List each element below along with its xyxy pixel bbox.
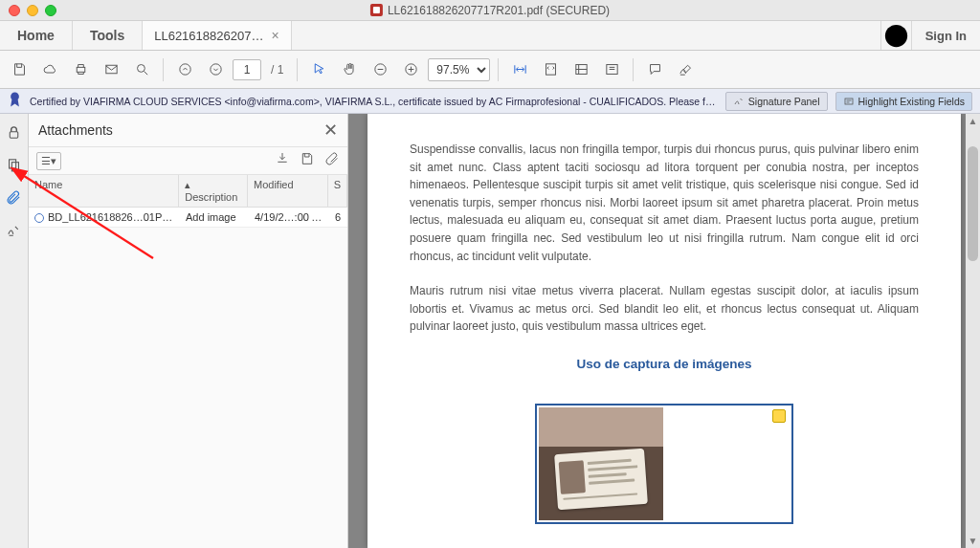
- certification-message: Certified by VIAFIRMA CLOUD SERVICES <in…: [30, 96, 718, 107]
- attachments-columns: Name ▴Description Modified S: [29, 175, 347, 208]
- ribbon-icon: [8, 90, 22, 113]
- panel-view-mode-button[interactable]: ☰▾: [36, 152, 61, 170]
- close-window-button[interactable]: [9, 5, 20, 16]
- id-card-image: [539, 407, 663, 520]
- page-down-icon[interactable]: [202, 56, 229, 83]
- svg-rect-13: [10, 131, 18, 137]
- vertical-scrollbar[interactable]: ▲ ▼: [966, 114, 980, 548]
- svg-rect-14: [10, 159, 16, 167]
- sign-icon[interactable]: [672, 56, 699, 83]
- svg-point-4: [179, 64, 189, 75]
- paragraph-2: Mauris rutrum nisi vitae metus viverra p…: [410, 282, 919, 336]
- page-thumbnails-icon[interactable]: [4, 154, 25, 175]
- read-mode-icon[interactable]: [598, 56, 625, 83]
- page-total-label: / 1: [265, 63, 289, 77]
- certification-bar: Certified by VIAFIRMA CLOUD SERVICES <in…: [0, 89, 980, 114]
- svg-rect-12: [845, 99, 853, 104]
- svg-rect-2: [105, 65, 116, 74]
- sticky-note-icon[interactable]: [772, 409, 786, 423]
- view-mode-icon[interactable]: [568, 56, 594, 83]
- page-up-icon[interactable]: [171, 56, 198, 83]
- col-size[interactable]: S: [328, 175, 347, 207]
- zoom-window-button[interactable]: [45, 5, 56, 16]
- paragraph-1: Suspendisse convallis, lacus non fringil…: [410, 141, 919, 265]
- svg-point-11: [11, 92, 19, 100]
- mac-titlebar: LL621618826207717R201.pdf (SECURED): [0, 0, 980, 21]
- svg-rect-8: [546, 64, 555, 75]
- tab-close-icon[interactable]: ×: [271, 28, 278, 43]
- signatures-icon[interactable]: [4, 219, 25, 240]
- cloud-icon[interactable]: [36, 56, 63, 83]
- tab-home[interactable]: Home: [0, 21, 73, 50]
- search-icon[interactable]: [128, 56, 155, 83]
- print-icon[interactable]: [67, 56, 94, 83]
- zoom-in-icon[interactable]: [397, 56, 424, 83]
- lock-icon[interactable]: [4, 121, 25, 142]
- page-number-input[interactable]: [233, 59, 261, 80]
- section-heading: Uso de captura de imágenes: [410, 355, 919, 375]
- save-icon[interactable]: [6, 56, 33, 83]
- left-rail: [0, 114, 29, 548]
- highlight-fields-button[interactable]: Highlight Existing Fields: [835, 92, 972, 111]
- scroll-down-icon[interactable]: ▼: [966, 534, 980, 548]
- col-modified[interactable]: Modified: [248, 175, 328, 207]
- image-capture-field[interactable]: [535, 404, 793, 524]
- pdf-icon: [370, 4, 383, 16]
- attachments-icon[interactable]: [4, 186, 25, 208]
- signature-panel-button[interactable]: Signature Panel: [725, 92, 828, 111]
- main-tabs-row: Home Tools LL62161882620‍7… × Sign In: [0, 21, 980, 51]
- scrollbar-thumb[interactable]: [968, 146, 978, 261]
- zoom-out-icon[interactable]: [367, 56, 393, 83]
- mail-icon[interactable]: [98, 56, 124, 83]
- window-title: LL621618826207717R201.pdf (SECURED): [370, 4, 610, 17]
- panel-close-icon[interactable]: ✕: [323, 120, 338, 141]
- col-description[interactable]: ▴Description: [179, 175, 248, 207]
- tab-tools[interactable]: Tools: [73, 21, 143, 50]
- document-view[interactable]: Suspendisse convallis, lacus non fringil…: [348, 114, 980, 548]
- attachment-row[interactable]: BD_LL62161882​6…01P001E001.xml Add image…: [29, 208, 347, 228]
- toolbar: / 1 97.5%: [0, 51, 980, 89]
- scroll-up-icon[interactable]: ▲: [966, 114, 980, 128]
- selection-tool-icon[interactable]: [305, 56, 332, 83]
- comment-icon[interactable]: [641, 56, 668, 83]
- tab-document-label: LL62161882620‍7…: [154, 29, 263, 43]
- tab-document[interactable]: LL62161882620‍7… ×: [143, 21, 291, 50]
- svg-rect-15: [11, 162, 18, 170]
- svg-point-3: [137, 65, 145, 73]
- save-attachment-icon[interactable]: [300, 151, 315, 170]
- panel-title: Attachments: [38, 122, 113, 138]
- svg-point-5: [210, 64, 220, 75]
- add-attachment-icon[interactable]: [324, 151, 340, 170]
- minimize-window-button[interactable]: [27, 5, 38, 16]
- hand-tool-icon[interactable]: [336, 56, 363, 83]
- help-icon[interactable]: [880, 21, 911, 50]
- col-name[interactable]: Name: [29, 175, 179, 207]
- panel-toolbar: ☰▾: [29, 146, 347, 175]
- pdf-page: Suspendisse convallis, lacus non fringil…: [368, 114, 961, 548]
- file-icon: [34, 213, 44, 223]
- sign-in-button[interactable]: Sign In: [911, 21, 980, 50]
- svg-rect-1: [77, 67, 85, 72]
- zoom-select[interactable]: 97.5%: [428, 58, 490, 81]
- fit-page-icon[interactable]: [537, 56, 564, 83]
- open-attachment-icon[interactable]: [275, 151, 290, 170]
- fit-width-icon[interactable]: [506, 56, 533, 83]
- attachments-panel: Attachments ✕ ☰▾ Name ▴Description Modif…: [29, 114, 348, 548]
